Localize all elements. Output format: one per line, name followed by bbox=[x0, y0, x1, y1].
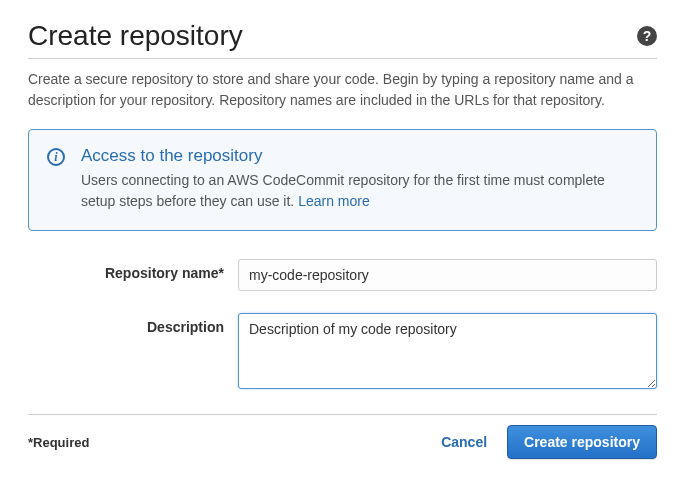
info-body: Users connecting to an AWS CodeCommit re… bbox=[81, 170, 638, 212]
info-icon: i bbox=[47, 148, 65, 166]
footer-row: *Required Cancel Create repository bbox=[28, 414, 657, 459]
cancel-button[interactable]: Cancel bbox=[431, 426, 497, 458]
repository-name-label: Repository name* bbox=[28, 259, 238, 281]
description-input-wrap: Description of my code repository bbox=[238, 313, 657, 392]
learn-more-link[interactable]: Learn more bbox=[298, 193, 370, 209]
description-textarea[interactable]: Description of my code repository bbox=[238, 313, 657, 389]
info-box: i Access to the repository Users connect… bbox=[28, 129, 657, 231]
info-content: Access to the repository Users connectin… bbox=[81, 146, 638, 212]
button-group: Cancel Create repository bbox=[431, 425, 657, 459]
repository-name-input-wrap bbox=[238, 259, 657, 291]
page-title: Create repository bbox=[28, 20, 243, 52]
page-description: Create a secure repository to store and … bbox=[28, 69, 657, 111]
required-note: *Required bbox=[28, 435, 89, 450]
info-title: Access to the repository bbox=[81, 146, 638, 166]
form-row-repository-name: Repository name* bbox=[28, 259, 657, 291]
help-icon[interactable]: ? bbox=[637, 26, 657, 46]
repository-name-input[interactable] bbox=[238, 259, 657, 291]
form-row-description: Description Description of my code repos… bbox=[28, 313, 657, 392]
description-label: Description bbox=[28, 313, 238, 335]
page-header: Create repository ? bbox=[28, 20, 657, 59]
create-repository-button[interactable]: Create repository bbox=[507, 425, 657, 459]
